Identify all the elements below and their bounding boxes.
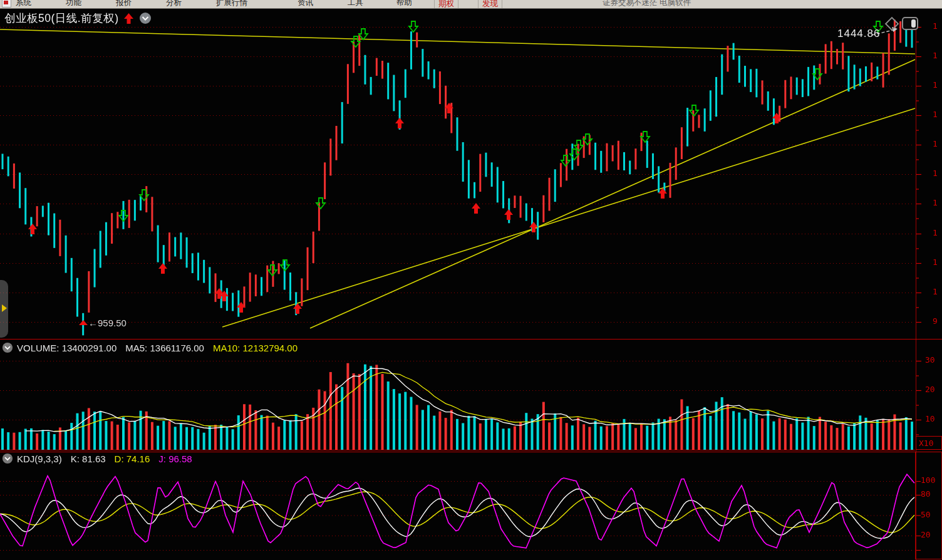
volume-collapse-icon[interactable] <box>2 342 13 353</box>
price-up-arrow-icon <box>124 13 133 24</box>
price-tick-label-6: 1 <box>933 198 938 207</box>
menu-item-7[interactable]: 帮助 <box>396 0 412 8</box>
kdj-collapse-icon[interactable] <box>2 453 13 464</box>
price-tick-label-9: 1 <box>933 287 938 296</box>
volume-multiplier-label: X10 <box>916 436 942 450</box>
kdj-tick-label-3: 20 <box>921 530 931 539</box>
menu-bar: 证券交易不迷茫 电脑软件 系统功能报价分析扩展行情资讯工具帮助期权发现 <box>0 0 942 9</box>
menu-item-5[interactable]: 资讯 <box>298 0 313 8</box>
price-tick-label-3: 1 <box>933 110 938 119</box>
kdj-k-label: K: 81.63 <box>71 454 106 464</box>
price-low-label: ←959.50 <box>88 318 127 328</box>
menu-item-6[interactable]: 工具 <box>348 0 363 8</box>
price-tick-label-8: 1 <box>933 257 938 267</box>
volume-tick-label-2: 10 <box>925 414 935 423</box>
kdj-panel-header: KDJ(9,3,3) K: 81.63 D: 74.16 J: 96.58 <box>0 452 942 465</box>
menu-item-3[interactable]: 分析 <box>166 0 182 8</box>
kdj-tick-label-2: 50 <box>921 510 931 519</box>
menu-item-red-0[interactable]: 期权 <box>434 0 458 9</box>
tdx-app-window: 证券交易不迷茫 电脑软件 系统功能报价分析扩展行情资讯工具帮助期权发现 创业板5… <box>0 0 942 560</box>
price-tick-label-4: 1 <box>933 139 938 148</box>
app-icon <box>2 0 11 8</box>
volume-ma10-label: MA10: 12132794.00 <box>213 343 298 353</box>
layout-bar-glyph <box>911 19 916 28</box>
price-tick-label-7: 1 <box>933 228 938 237</box>
volume-value-label: VOLUME: 13400291.00 <box>17 343 116 353</box>
price-tick-label-5: 1 <box>933 169 938 178</box>
kdj-name-label: KDJ(9,3,3) <box>17 454 62 464</box>
chart-title: 创业板50(日线.前复权) <box>4 11 118 26</box>
sidebar-toggle-handle[interactable] <box>0 280 8 338</box>
expand-arrow-icon <box>2 304 7 312</box>
menu-item-1[interactable]: 功能 <box>66 0 81 8</box>
price-tick-label-0: 1 <box>933 21 938 31</box>
volume-panel-header: VOLUME: 13400291.00 MA5: 13661176.00 MA1… <box>0 339 942 356</box>
menu-item-4[interactable]: 扩展行情 <box>216 0 247 8</box>
volume-tick-label-1: 20 <box>925 385 935 394</box>
price-tick-label-2: 1 <box>933 80 938 90</box>
price-high-label: 1444.86 <box>837 28 880 40</box>
kdj-d-label: D: 74.16 <box>115 454 150 464</box>
chart-canvas[interactable] <box>0 0 942 560</box>
collapse-chevron-icon[interactable] <box>139 12 152 24</box>
kdj-axis-frame <box>915 452 942 559</box>
menu-item-red-1[interactable]: 发现 <box>478 0 502 9</box>
volume-ma5-label: MA5: 13661176.00 <box>125 343 204 353</box>
price-tick-label-10: 9 <box>933 316 938 326</box>
kdj-tick-label-0: 100 <box>921 475 935 485</box>
price-tick-label-1: 1 <box>933 51 938 60</box>
panel-layout-icon[interactable] <box>902 17 918 30</box>
chart-title-bar: 创业板50(日线.前复权) <box>4 10 152 26</box>
kdj-tick-label-1: 80 <box>921 489 931 499</box>
menubar-promo-text: 证券交易不迷茫 电脑软件 <box>603 0 691 8</box>
menu-item-0[interactable]: 系统 <box>16 0 31 8</box>
volume-tick-label-0: 30 <box>925 355 935 365</box>
menu-item-2[interactable]: 报价 <box>116 0 132 8</box>
kdj-j-label: J: 96.58 <box>158 454 192 464</box>
